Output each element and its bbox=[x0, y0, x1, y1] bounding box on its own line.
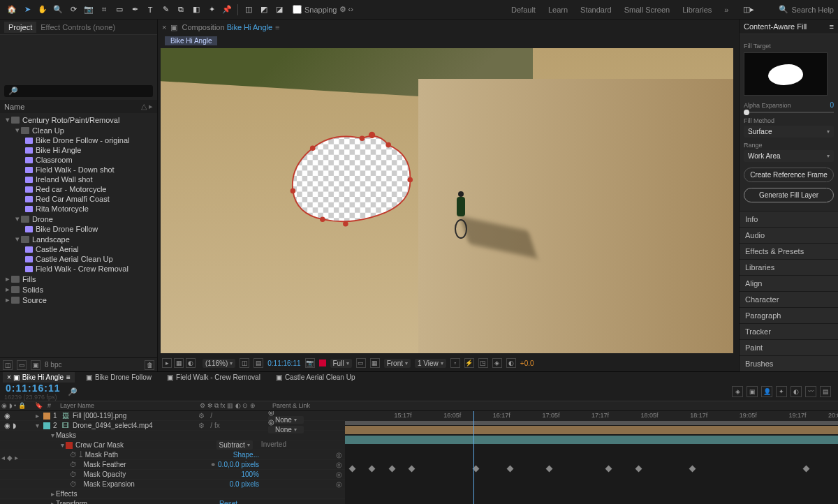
fast-previews-icon[interactable]: ⚡ bbox=[464, 358, 474, 368]
panel-tab-effects-presets[interactable]: Effects & Presets bbox=[740, 243, 838, 259]
always-preview-icon[interactable]: ▸ bbox=[162, 358, 172, 368]
roi-icon[interactable]: ▭ bbox=[356, 358, 366, 368]
folder-source[interactable]: ▸Source bbox=[1, 295, 156, 305]
workspace-small-screen[interactable]: Small Screen bbox=[624, 6, 670, 14]
new-comp-icon[interactable]: ▣ bbox=[31, 360, 41, 370]
range-dropdown[interactable]: Work Area bbox=[744, 150, 834, 162]
panel-tab-tracker[interactable]: Tracker bbox=[740, 323, 838, 339]
comp-item[interactable]: Red car - Motorcycle bbox=[1, 184, 156, 194]
shy-icon[interactable]: 👤 bbox=[761, 386, 772, 397]
workspace-default[interactable]: Default bbox=[511, 6, 536, 14]
project-column-header[interactable]: Name △ ▸ bbox=[0, 100, 157, 113]
snapping-checkbox[interactable] bbox=[293, 5, 302, 14]
project-search[interactable]: 🔎 bbox=[4, 85, 153, 97]
panel-tab-character[interactable]: Character bbox=[740, 291, 838, 307]
generate-fill-layer-button[interactable]: Generate Fill Layer bbox=[744, 188, 834, 202]
comp-item[interactable]: Red Car Amalfi Coast bbox=[1, 194, 156, 204]
snapshot-icon[interactable]: 📷 bbox=[305, 358, 315, 368]
mask-prop-feather[interactable]: ⏱ Mask Feather⚭ 0.0,0.0 pixels◎ bbox=[0, 460, 345, 470]
workspace-standard[interactable]: Standard bbox=[580, 6, 612, 14]
eraser-tool-icon[interactable]: ◧ bbox=[189, 3, 203, 17]
views-dropdown[interactable]: 1 View bbox=[415, 359, 446, 368]
mask-mode-dropdown[interactable]: Subtract bbox=[216, 440, 253, 450]
type-tool-icon[interactable]: T bbox=[143, 3, 157, 17]
composition-name[interactable]: Bike Hi Angle bbox=[227, 23, 272, 31]
world-axis-icon[interactable]: ◩ bbox=[257, 3, 271, 17]
comp-item[interactable]: Bike Drone Follow bbox=[1, 224, 156, 234]
flowchart-icon[interactable]: ◈ bbox=[492, 358, 502, 368]
ruler-icon[interactable]: ◫ bbox=[240, 358, 249, 368]
new-folder-icon[interactable]: ▭ bbox=[17, 360, 27, 370]
flowchart-tab[interactable]: Bike Hi Angle bbox=[165, 36, 217, 45]
exposure-value[interactable]: +0.0 bbox=[520, 360, 534, 367]
local-axis-icon[interactable]: ◫ bbox=[242, 3, 256, 17]
panel-tab-info[interactable]: Info bbox=[740, 211, 838, 227]
mask-prop-path[interactable]: ⏱ ⤓Mask PathShape...◎ bbox=[0, 450, 345, 460]
grid-icon[interactable]: ▦ bbox=[370, 358, 380, 368]
effects-group[interactable]: ▸Effects bbox=[0, 489, 345, 499]
folder-solids[interactable]: ▸Solids bbox=[1, 284, 156, 295]
layer-row-2[interactable]: ◉ ◗ ▾ 2 🎞 Drone_0494_select4.mp4 ⚙ / fx … bbox=[0, 421, 345, 431]
inverted-label[interactable]: Inverted bbox=[261, 440, 286, 450]
timeline-tab-field-walk[interactable]: ▣ Field Walk - Crew Removal bbox=[163, 372, 265, 383]
graph-editor-icon[interactable]: 〰 bbox=[805, 386, 816, 397]
panel-tab-brushes[interactable]: Brushes bbox=[740, 355, 838, 371]
selection-tool-icon[interactable]: ➤ bbox=[20, 3, 34, 17]
folder-cleanup[interactable]: ▾Clean Up bbox=[1, 125, 156, 135]
composition-viewer[interactable]: ecle class="vertex" cx="150" cy="128" r=… bbox=[161, 48, 733, 353]
mask-prop-expansion[interactable]: ⏱ Mask Expansion0.0 pixels◎ bbox=[0, 480, 345, 489]
comp-item[interactable]: Bike Drone Follow - original bbox=[1, 135, 156, 145]
exposure-reset-icon[interactable]: ◐ bbox=[506, 358, 516, 368]
panel-tab-paragraph[interactable]: Paragraph bbox=[740, 307, 838, 323]
comp-item[interactable]: Classroom bbox=[1, 155, 156, 165]
motion-blur-icon[interactable]: ◐ bbox=[791, 386, 802, 397]
folder-drone[interactable]: ▾Drone bbox=[1, 214, 156, 224]
pen-tool-icon[interactable]: ✒ bbox=[128, 3, 142, 17]
hand-tool-icon[interactable]: ✋ bbox=[36, 3, 50, 17]
frame-blend-icon[interactable]: ✦ bbox=[776, 386, 787, 397]
clone-stamp-tool-icon[interactable]: ⧉ bbox=[174, 3, 188, 17]
playhead[interactable] bbox=[473, 411, 474, 504]
mask-viz-icon[interactable]: ◐ bbox=[186, 358, 196, 368]
transparency-grid-icon[interactable]: ▦ bbox=[174, 358, 184, 368]
workspace-learn[interactable]: Learn bbox=[548, 6, 568, 14]
timeline-tab-castle-aerial[interactable]: ▣ Castle Aerial Clean Up bbox=[272, 372, 360, 383]
pan-behind-tool-icon[interactable]: ⌗ bbox=[97, 3, 111, 17]
effect-controls-tab[interactable]: Effect Controls (none) bbox=[41, 23, 115, 31]
comp-item[interactable]: Ireland Wall shot bbox=[1, 175, 156, 184]
comp-item[interactable]: Field Walk - Crew Removal bbox=[1, 264, 156, 274]
panel-tab-align[interactable]: Align bbox=[740, 275, 838, 291]
zoom-dropdown[interactable]: (116%) bbox=[203, 359, 235, 368]
camera-dropdown[interactable]: Front bbox=[384, 359, 411, 368]
panel-tab-libraries[interactable]: Libraries bbox=[740, 259, 838, 275]
snapping-toggle[interactable]: Snapping ⚙ ‹› bbox=[293, 5, 353, 14]
camera-tool-icon[interactable]: 📷 bbox=[82, 3, 96, 17]
keyframe-nav[interactable]: ◂ ◆ ▸ bbox=[1, 454, 18, 461]
comp-item[interactable]: Rita Motorcycle bbox=[1, 204, 156, 214]
workspace-overflow-icon[interactable]: » bbox=[724, 6, 728, 14]
alpha-expansion-slider[interactable] bbox=[744, 112, 834, 113]
comp-item[interactable]: Castle Aerial bbox=[1, 244, 156, 254]
timeline-ruler[interactable]: 15:17f 16:05f 16:17f 17:05f 17:17f 18:05… bbox=[345, 411, 838, 421]
zoom-tool-icon[interactable]: 🔍 bbox=[51, 3, 65, 17]
orbit-tool-icon[interactable]: ⟳ bbox=[66, 3, 80, 17]
current-timecode[interactable]: 0:11:16:11 bbox=[6, 383, 61, 394]
folder-fills[interactable]: ▸Fills bbox=[1, 274, 156, 284]
panel-tab-audio[interactable]: Audio bbox=[740, 227, 838, 243]
timeline-search[interactable]: 🔎 bbox=[68, 387, 78, 396]
comp-item[interactable]: Bike Hi Angle bbox=[1, 145, 156, 155]
home-icon[interactable]: 🏠 bbox=[5, 3, 19, 17]
create-reference-frame-button[interactable]: Create Reference Frame bbox=[744, 168, 834, 182]
keyframe-row-mask-path[interactable] bbox=[345, 464, 838, 474]
folder-root[interactable]: ▾Century Roto/Paint/Removal bbox=[1, 114, 156, 125]
transform-group[interactable]: ▸TransformReset bbox=[0, 499, 345, 504]
alpha-expansion-value[interactable]: 0 bbox=[830, 101, 834, 109]
brush-tool-icon[interactable]: ✎ bbox=[159, 3, 172, 17]
interpret-footage-icon[interactable]: ◫ bbox=[3, 360, 13, 370]
brainstorm-icon[interactable]: ▤ bbox=[820, 386, 831, 397]
folder-landscape[interactable]: ▾Landscape bbox=[1, 234, 156, 244]
mask-prop-opacity[interactable]: ⏱ Mask Opacity100%◎ bbox=[0, 470, 345, 480]
workspace-libraries[interactable]: Libraries bbox=[682, 6, 712, 14]
channels-icon[interactable] bbox=[319, 360, 326, 366]
panel-menu-icon[interactable]: ≡ bbox=[830, 22, 834, 31]
